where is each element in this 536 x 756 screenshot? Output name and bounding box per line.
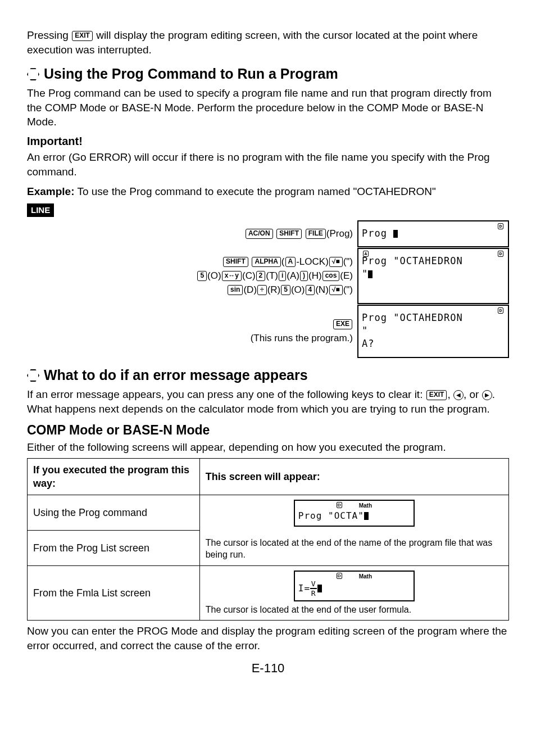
th-screen: This screen will appear:: [199, 458, 508, 495]
hex-bullet-icon: [27, 369, 39, 382]
section-heading-error: What to do if an error message appears: [27, 366, 509, 385]
lcd-row3: DMath I=VR: [294, 571, 415, 601]
th-executed: If you executed the program this way:: [28, 458, 200, 495]
row3-note: The cursor is located at the end of the …: [206, 604, 503, 616]
step3-keys: EXE (This runs the program.): [27, 305, 357, 358]
exit-key: EXIT: [426, 390, 447, 400]
row2-note: The cursor is located at the end of the …: [206, 537, 503, 561]
line-badge: LINE: [27, 203, 54, 217]
cursor-icon: [368, 270, 373, 278]
lcd-step2: AD Prog "OCTAHEDRON ": [357, 248, 509, 304]
prog-command-body: The Prog command can be used to specify …: [27, 86, 509, 129]
lcd-row1: DMath Prog "OCTA": [294, 500, 415, 526]
important-body: An error (Go ERROR) will occur if there …: [27, 150, 509, 179]
cursor-icon: [393, 230, 398, 238]
example-line: Example: To use the Prog command to exec…: [27, 184, 509, 199]
table-row: Using the Prog command DMath Prog "OCTA"…: [28, 495, 509, 531]
section-heading-prog-command: Using the Prog Command to Run a Program: [27, 65, 509, 84]
lcd-step3: D Prog "OCTAHEDRON " A?: [357, 305, 509, 358]
page-number: E-110: [27, 660, 509, 677]
shift-key: SHIFT: [276, 229, 302, 239]
comp-mode-heading: COMP Mode or BASE-N Mode: [27, 422, 509, 439]
hex-bullet-icon: [27, 68, 39, 80]
exit-key: EXIT: [72, 31, 93, 41]
exe-key: EXE: [333, 319, 352, 329]
file-key: FILE: [306, 229, 326, 239]
error-table: If you executed the program this way: Th…: [27, 458, 509, 621]
acon-key: AC/ON: [246, 229, 273, 239]
error-body: If an error message appears, you can pre…: [27, 387, 509, 416]
arrow-right-icon: ▶: [482, 390, 492, 400]
cursor-icon: [317, 585, 322, 592]
comp-mode-intro: Either of the following screens will app…: [27, 440, 509, 455]
intro-paragraph: Pressing EXIT will display the program e…: [27, 28, 509, 57]
table-header-row: If you executed the program this way: Th…: [28, 458, 509, 495]
table-row: From the Fmla List screen DMath I=VR The…: [28, 565, 509, 621]
cursor-icon: [364, 512, 369, 520]
important-label: Important!: [27, 134, 509, 149]
lcd-step1: D Prog: [357, 220, 509, 247]
step1-keys: AC/ON SHIFT FILE(Prog): [27, 220, 357, 247]
closing-paragraph: Now you can enter the PROG Mode and disp…: [27, 624, 509, 653]
step2-keys: SHIFT ALPHA(A-LOCK)√■(") 5(O)x↔y(C)2(T)i…: [27, 248, 357, 304]
arrow-left-icon: ◀: [453, 390, 464, 400]
